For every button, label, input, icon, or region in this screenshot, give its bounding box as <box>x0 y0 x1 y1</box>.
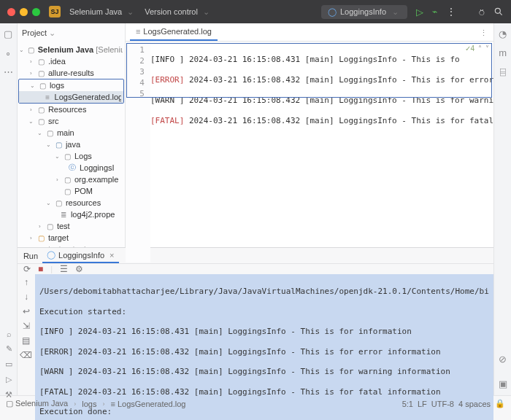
commit-tool-icon[interactable]: ∘ <box>2 47 14 58</box>
tree-node-allure[interactable]: ›▢allure-results <box>18 67 125 79</box>
tree-node-logs-pkg[interactable]: ⌄▢Logs <box>18 150 125 162</box>
file-icon: ≡ <box>136 27 140 36</box>
run-config-icon: ◯ <box>328 7 337 17</box>
chevron-down-icon: ⌄ <box>203 7 210 17</box>
tree-node-orgexample[interactable]: ›▢org.example <box>18 174 125 185</box>
project-tool-title: Project <box>22 28 47 37</box>
breadcrumb-logs[interactable]: logs <box>82 400 96 408</box>
vcs-label: Version control <box>145 7 198 16</box>
indent-setting[interactable]: 4 spaces <box>458 400 491 408</box>
run-config-selector[interactable]: ◯ LoggingsInfo ⌄ <box>321 5 407 19</box>
chevron-down-icon: ˅ <box>485 44 489 52</box>
console-line: Execution started: <box>39 307 489 318</box>
project-badge: SJ <box>49 6 61 18</box>
tree-node-test[interactable]: ›▢test <box>18 220 125 232</box>
run-button[interactable]: ▷ <box>416 7 423 18</box>
titlebar: SJ Selenium Java ⌄ Version control ⌄ ◯ L… <box>0 0 511 23</box>
window-controls <box>7 8 40 16</box>
more-actions-button[interactable]: ⋮ <box>446 6 457 18</box>
tree-node-target[interactable]: ›▢target <box>18 232 125 244</box>
database-icon[interactable]: ⌸ <box>497 66 509 77</box>
structure-tool-icon[interactable]: ⋯ <box>2 66 14 77</box>
run-config-tab-label: LoggingsInfo <box>58 251 104 260</box>
run-config-label: LoggingsInfo <box>340 7 386 16</box>
console-line: /Users/debomitabhattacharjee/Library/Jav… <box>39 287 489 298</box>
run-config-tab[interactable]: ◯ LoggingsInfo × <box>42 248 118 263</box>
editor-tabs: ≡ LogsGenerated.log ⋮ <box>126 23 493 42</box>
tree-node-resources-dir[interactable]: ›▢Resources <box>18 104 125 115</box>
tree-node-pom-pkg[interactable]: ▢POM <box>18 185 125 197</box>
svg-line-1 <box>499 12 502 15</box>
code-with-me-icon[interactable]: ⍥ <box>479 7 485 18</box>
readonly-lock-icon[interactable]: 🔒 <box>495 399 505 408</box>
maximize-window-button[interactable] <box>32 8 40 16</box>
tree-root[interactable]: ⌄▢Selenium Java [Selenium <box>18 44 125 55</box>
notifications-icon[interactable]: ◔ <box>497 28 509 39</box>
down-icon[interactable]: ↓ <box>24 292 28 302</box>
services-tool-icon[interactable]: ▭ <box>5 359 12 369</box>
run-side-toolbar: ↑ ↓ ↩ ⇲ ▤ ⌫ <box>18 274 35 420</box>
build-tool-icon[interactable]: ⚒ <box>5 390 12 400</box>
tree-node-idea[interactable]: ›▢.idea <box>18 55 125 67</box>
right-tool-gutter: ◔ m ⌸ ⊘ ▣ <box>493 23 511 395</box>
project-selector[interactable]: Selenium Java ⌄ <box>69 7 136 17</box>
find-tool-icon[interactable]: ⌕ <box>7 330 12 338</box>
file-encoding[interactable]: UTF-8 <box>431 400 454 408</box>
clear-icon[interactable]: ⌫ <box>20 350 32 360</box>
tree-node-java[interactable]: ⌄▢java <box>18 139 125 150</box>
soft-wrap-icon[interactable]: ↩ <box>23 306 30 316</box>
editor-tab-logsgenerated[interactable]: ≡ LogsGenerated.log <box>130 23 218 41</box>
minimize-window-button[interactable] <box>20 8 28 16</box>
maven-icon[interactable]: m <box>497 47 509 58</box>
project-tool-window: Project ⌄ ⌄▢Selenium Java [Selenium ›▢.i… <box>18 23 126 247</box>
tree-node-resources[interactable]: ⌄▢resources <box>18 197 125 209</box>
print-icon[interactable]: ▤ <box>22 335 30 346</box>
layout-icon[interactable]: ☰ <box>60 264 68 274</box>
debug-button[interactable]: ⌁ <box>432 7 437 17</box>
line-separator[interactable]: LF <box>418 400 427 408</box>
todo-tool-icon[interactable]: ✎ <box>6 344 12 354</box>
run-tool-window: Run ◯ LoggingsInfo × ⟳ ■ | ☰ ⚙ ↑ ↓ <box>18 247 493 395</box>
tree-file-log4j2[interactable]: ≣log4j2.prope <box>18 209 125 220</box>
problems-widget[interactable]: ✓4 ˄ ˅ <box>465 44 490 52</box>
terminal-icon[interactable]: ▣ <box>497 378 509 389</box>
tree-node-src[interactable]: ⌄▢src <box>18 115 125 127</box>
project-tool-icon[interactable]: ▢ <box>2 28 14 39</box>
tree-node-logs[interactable]: ⌄▢logs <box>19 79 123 91</box>
chevron-up-icon: ˄ <box>478 44 482 52</box>
chevron-down-icon: ⌄ <box>392 7 399 17</box>
editor-text[interactable]: [INFO ] 2024-03-21 16:15:08.431 [main] L… <box>150 42 493 262</box>
tab-label: LogsGenerated.log <box>143 27 212 36</box>
scroll-end-icon[interactable]: ⇲ <box>23 321 30 331</box>
run-toolbar: ⟳ ■ | ☰ ⚙ <box>18 264 493 274</box>
stop-icon[interactable]: ■ <box>38 264 43 274</box>
run-tool-icon[interactable]: ▷ <box>6 375 12 384</box>
close-window-button[interactable] <box>7 8 15 16</box>
project-tool-header[interactable]: Project ⌄ <box>18 23 125 42</box>
svg-point-0 <box>495 8 500 13</box>
console-line: [ERROR] 2024-03-21 16:15:08.432 [main] L… <box>39 347 489 358</box>
tree-file-loggings[interactable]: ⓒLoggingsI <box>18 162 125 174</box>
problems-icon[interactable]: ⊘ <box>497 353 509 365</box>
run-tab-label: Run <box>23 252 38 260</box>
console-line: [FATAL] 2024-03-21 16:15:08.432 [main] L… <box>39 387 489 398</box>
breadcrumb-file[interactable]: ≡ LogsGenerated.log <box>110 400 185 408</box>
console-output[interactable]: /Users/debomitabhattacharjee/Library/Jav… <box>35 274 493 420</box>
search-everywhere-icon[interactable] <box>493 7 504 17</box>
rerun-icon[interactable]: ⟳ <box>23 264 31 274</box>
problems-count: ✓4 <box>465 44 475 52</box>
tree-node-main[interactable]: ⌄▢main <box>18 127 125 139</box>
run-config-icon: ◯ <box>47 250 55 260</box>
editor-content[interactable]: 12345 [INFO ] 2024-03-21 16:15:08.431 [m… <box>126 42 493 262</box>
cursor-position[interactable]: 5:1 <box>402 400 413 408</box>
console-line: Execution done: <box>39 407 489 418</box>
project-name-label: Selenium Java <box>69 7 122 16</box>
close-icon[interactable]: × <box>110 251 114 260</box>
vcs-menu[interactable]: Version control ⌄ <box>145 7 212 17</box>
tab-more-button[interactable]: ⋮ <box>474 26 493 41</box>
tree-file-logsgenerated[interactable]: ≡LogsGenerated.log <box>19 91 123 103</box>
chevron-right-icon: › <box>102 400 104 408</box>
up-icon[interactable]: ↑ <box>24 277 28 287</box>
project-tree: ⌄▢Selenium Java [Selenium ›▢.idea ›▢allu… <box>18 42 125 247</box>
settings-icon[interactable]: ⚙ <box>75 264 83 274</box>
